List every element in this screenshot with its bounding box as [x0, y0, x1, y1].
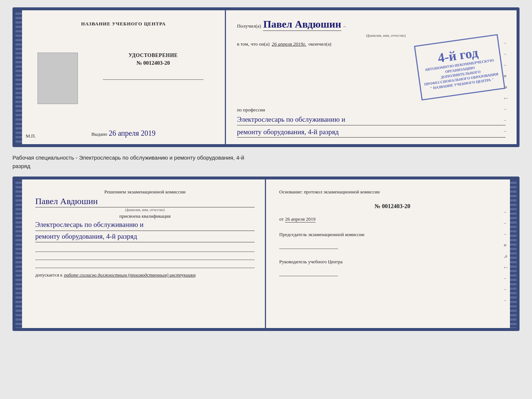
poluchil-label: Получил(а): [237, 23, 261, 29]
poluchil-name: Павел Авдюшин: [263, 18, 341, 30]
rukovoditel-block: Руководитель учебного Центра: [279, 259, 506, 276]
cert-right-panel: Получил(а) Павел Авдюшин – (фамилия, имя…: [226, 10, 517, 144]
poluchil-dash: –: [344, 23, 346, 29]
sig-line-1: [35, 245, 255, 252]
cert-left-panel: НАЗВАНИЕ УЧЕБНОГО ЦЕНТРА УДОСТОВЕРЕНИЕ №…: [15, 10, 226, 144]
cert-title-box: НАЗВАНИЕ УЧЕБНОГО ЦЕНТРА: [31, 21, 216, 27]
cert-title: НАЗВАНИЕ УЧЕБНОГО ЦЕНТРА: [31, 21, 216, 27]
prisvoena-label: присвоена квалификация: [35, 213, 255, 219]
bottom-right-dashes: – – – и ,а ‹– – – –: [504, 209, 508, 303]
left-decorative-strip: [15, 10, 22, 144]
dopuskaetsya-label: допускается к: [35, 272, 62, 278]
profession-block: по профессии Электрослесарь по обслужива…: [237, 107, 506, 138]
sig-line-3: [35, 261, 255, 268]
bottom-certificate: Решением экзаменационной комиссии Павел …: [12, 177, 520, 331]
bottom-fio-hint: (фамилия, имя, отчество): [35, 208, 255, 212]
predsedatel-block: Председатель экзаменационной комиссии: [279, 231, 506, 249]
predsedatel-label: Председатель экзаменационной комиссии: [279, 231, 506, 238]
stamp: 4-й год АВТОНОМНУЮ НЕКОММЕРЧЕСКУЮ ОРГАНИ…: [414, 34, 506, 101]
separator-line2: разряд: [12, 162, 520, 170]
profession-value2: ремонту оборудования, 4-й разряд: [237, 127, 506, 138]
profession-label: по профессии: [237, 107, 506, 113]
vtom-label: в том, что он(а): [237, 41, 270, 47]
cert-bottom-left: Решением экзаменационной комиссии Павел …: [15, 179, 266, 328]
top-certificate: НАЗВАНИЕ УЧЕБНОГО ЦЕНТРА УДОСТОВЕРЕНИЕ №…: [12, 7, 520, 147]
bottom-right-strip: [510, 179, 517, 328]
osnovaniye-label: Основание: протокол экзаменационной коми…: [279, 188, 506, 196]
predsedatel-sig-line: [279, 241, 338, 249]
fio-hint-top: (фамилия, имя, отчество): [266, 33, 506, 38]
dopuskaetsya-block: допускается к работе согласно должностны…: [35, 272, 255, 278]
bottom-person-name: Павел Авдюшин: [35, 196, 255, 207]
bottom-left-strip: [15, 179, 22, 328]
photo-placeholder: [37, 53, 78, 104]
osnovaniye-number: № 0012403-20: [279, 203, 506, 210]
vydano-block: Выдано 26 апреля 2019: [31, 129, 216, 138]
vydano-date: 26 апреля 2019: [109, 129, 155, 138]
poluchil-name-container: Павел Авдюшин: [263, 18, 341, 31]
signature-lines: [35, 245, 255, 268]
rukovoditel-sig-line: [279, 268, 338, 276]
separator-line1: Рабочая специальность - Электрослесарь п…: [12, 154, 520, 161]
separator-area: Рабочая специальность - Электрослесарь п…: [12, 154, 520, 170]
udostoverenie-number: № 0012403-20: [90, 60, 216, 66]
resheniye-label: Решением экзаменационной комиссии: [35, 188, 255, 196]
mp-label: М.П.: [26, 133, 36, 139]
qualification-line1: Электрослесарь по обслуживанию и: [35, 219, 255, 231]
rukovoditel-label: Руководитель учебного Центра: [279, 259, 506, 265]
poluchil-row: Получил(а) Павел Авдюшин – (фамилия, имя…: [237, 18, 506, 38]
dopuskaetsya-value: работе согласно должностным (производств…: [64, 272, 195, 278]
sig-line-2: [35, 253, 255, 260]
udostoverenie-label: УДОСТОВЕРЕНИЕ: [90, 53, 216, 58]
cert-bottom-right: Основание: протокол экзаменационной коми…: [266, 179, 517, 328]
vydano-label: Выдано: [91, 131, 107, 137]
profession-value: Электрослесарь по обслуживанию и: [237, 114, 506, 125]
osnovaniye-date-row: от 26 апреля 2019: [279, 216, 506, 222]
udostoverenie-block: УДОСТОВЕРЕНИЕ № 0012403-20: [90, 53, 216, 80]
ot-label: от: [279, 216, 284, 222]
ot-date: 26 апреля 2019: [285, 216, 316, 222]
qualification-line2: ремонту оборудования, 4-й разряд: [35, 231, 255, 242]
okonchil-label: окончил(а): [309, 41, 331, 47]
vtom-date: 26 апреля 2019г.: [272, 41, 306, 47]
